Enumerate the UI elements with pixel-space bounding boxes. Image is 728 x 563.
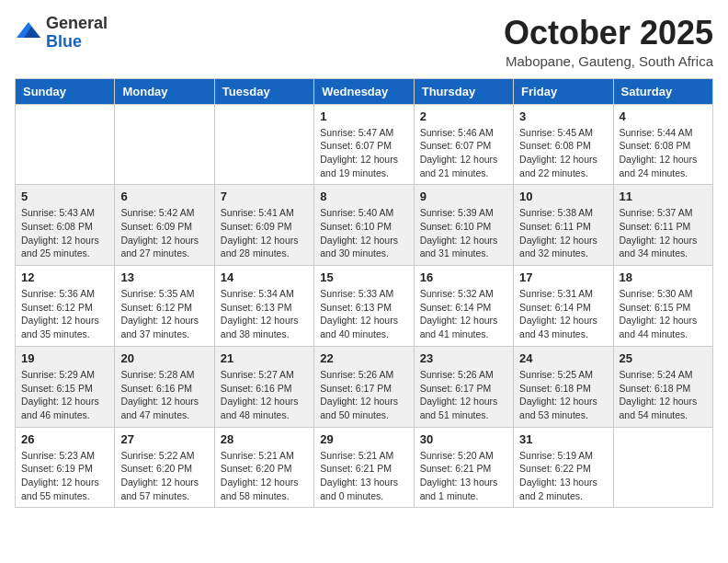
calendar-cell: 17Sunrise: 5:31 AM Sunset: 6:14 PM Dayli… — [514, 266, 613, 347]
calendar-cell: 16Sunrise: 5:32 AM Sunset: 6:14 PM Dayli… — [414, 266, 513, 347]
calendar-cell — [214, 104, 313, 185]
day-number: 7 — [221, 190, 308, 203]
day-number: 10 — [519, 190, 607, 203]
day-info: Sunrise: 5:43 AM Sunset: 6:08 PM Dayligh… — [21, 206, 108, 260]
day-info: Sunrise: 5:46 AM Sunset: 6:07 PM Dayligh… — [420, 126, 507, 180]
day-info: Sunrise: 5:19 AM Sunset: 6:22 PM Dayligh… — [519, 449, 607, 503]
calendar-cell: 27Sunrise: 5:22 AM Sunset: 6:20 PM Dayli… — [115, 427, 214, 508]
day-number: 20 — [120, 351, 208, 365]
calendar-cell: 20Sunrise: 5:28 AM Sunset: 6:16 PM Dayli… — [115, 346, 214, 427]
day-number: 19 — [21, 351, 108, 365]
calendar-cell: 7Sunrise: 5:41 AM Sunset: 6:09 PM Daylig… — [214, 185, 313, 266]
day-number: 8 — [320, 190, 407, 203]
calendar-cell — [16, 104, 115, 185]
day-number: 9 — [420, 190, 507, 203]
logo-text: General Blue — [46, 15, 108, 52]
day-number: 30 — [420, 432, 507, 446]
location: Mabopane, Gauteng, South Africa — [504, 53, 713, 69]
day-info: Sunrise: 5:20 AM Sunset: 6:21 PM Dayligh… — [420, 449, 507, 503]
calendar-cell: 10Sunrise: 5:38 AM Sunset: 6:11 PM Dayli… — [514, 185, 613, 266]
logo-general: General — [46, 14, 108, 32]
calendar-cell: 21Sunrise: 5:27 AM Sunset: 6:16 PM Dayli… — [214, 346, 313, 427]
calendar-cell: 5Sunrise: 5:43 AM Sunset: 6:08 PM Daylig… — [16, 185, 115, 266]
page-header: General Blue October 2025 Mabopane, Gaut… — [15, 15, 713, 69]
day-info: Sunrise: 5:31 AM Sunset: 6:14 PM Dayligh… — [519, 287, 607, 341]
column-header-friday: Friday — [514, 78, 613, 104]
calendar-cell: 24Sunrise: 5:25 AM Sunset: 6:18 PM Dayli… — [514, 346, 613, 427]
day-info: Sunrise: 5:39 AM Sunset: 6:10 PM Dayligh… — [420, 206, 507, 260]
day-number: 14 — [221, 270, 308, 284]
day-number: 5 — [21, 190, 108, 203]
day-info: Sunrise: 5:32 AM Sunset: 6:14 PM Dayligh… — [420, 287, 507, 341]
calendar-cell: 11Sunrise: 5:37 AM Sunset: 6:11 PM Dayli… — [613, 185, 712, 266]
calendar-cell: 30Sunrise: 5:20 AM Sunset: 6:21 PM Dayli… — [414, 427, 513, 508]
column-header-monday: Monday — [115, 78, 214, 104]
calendar-week-1: 1Sunrise: 5:47 AM Sunset: 6:07 PM Daylig… — [16, 104, 713, 185]
calendar-week-2: 5Sunrise: 5:43 AM Sunset: 6:08 PM Daylig… — [16, 185, 713, 266]
day-number: 1 — [320, 109, 407, 123]
calendar-cell — [613, 427, 712, 508]
day-info: Sunrise: 5:25 AM Sunset: 6:18 PM Dayligh… — [519, 368, 607, 422]
calendar-cell: 28Sunrise: 5:21 AM Sunset: 6:20 PM Dayli… — [214, 427, 313, 508]
day-number: 15 — [320, 270, 407, 284]
month-title: October 2025 — [504, 15, 713, 52]
day-info: Sunrise: 5:47 AM Sunset: 6:07 PM Dayligh… — [320, 126, 407, 180]
calendar-table: SundayMondayTuesdayWednesdayThursdayFrid… — [15, 78, 713, 509]
calendar-cell: 1Sunrise: 5:47 AM Sunset: 6:07 PM Daylig… — [314, 104, 414, 185]
day-info: Sunrise: 5:29 AM Sunset: 6:15 PM Dayligh… — [21, 368, 108, 422]
day-info: Sunrise: 5:35 AM Sunset: 6:12 PM Dayligh… — [120, 287, 208, 341]
calendar-cell: 15Sunrise: 5:33 AM Sunset: 6:13 PM Dayli… — [314, 266, 414, 347]
logo-icon — [15, 19, 42, 47]
calendar-cell — [115, 104, 214, 185]
calendar-cell: 9Sunrise: 5:39 AM Sunset: 6:10 PM Daylig… — [414, 185, 513, 266]
calendar-cell: 12Sunrise: 5:36 AM Sunset: 6:12 PM Dayli… — [16, 266, 115, 347]
calendar-cell: 19Sunrise: 5:29 AM Sunset: 6:15 PM Dayli… — [16, 346, 115, 427]
day-number: 12 — [21, 270, 108, 284]
calendar-cell: 22Sunrise: 5:26 AM Sunset: 6:17 PM Dayli… — [314, 346, 414, 427]
column-header-saturday: Saturday — [613, 78, 712, 104]
day-info: Sunrise: 5:33 AM Sunset: 6:13 PM Dayligh… — [320, 287, 407, 341]
title-block: October 2025 Mabopane, Gauteng, South Af… — [504, 15, 713, 69]
day-number: 4 — [620, 109, 707, 123]
day-info: Sunrise: 5:26 AM Sunset: 6:17 PM Dayligh… — [320, 368, 407, 422]
column-header-wednesday: Wednesday — [314, 78, 414, 104]
calendar-cell: 29Sunrise: 5:21 AM Sunset: 6:21 PM Dayli… — [314, 427, 414, 508]
calendar-cell: 26Sunrise: 5:23 AM Sunset: 6:19 PM Dayli… — [16, 427, 115, 508]
day-info: Sunrise: 5:38 AM Sunset: 6:11 PM Dayligh… — [519, 206, 607, 260]
day-info: Sunrise: 5:40 AM Sunset: 6:10 PM Dayligh… — [320, 206, 407, 260]
day-info: Sunrise: 5:36 AM Sunset: 6:12 PM Dayligh… — [21, 287, 108, 341]
calendar-cell: 3Sunrise: 5:45 AM Sunset: 6:08 PM Daylig… — [514, 104, 613, 185]
day-info: Sunrise: 5:22 AM Sunset: 6:20 PM Dayligh… — [120, 449, 208, 503]
day-info: Sunrise: 5:42 AM Sunset: 6:09 PM Dayligh… — [120, 206, 208, 260]
calendar-cell: 2Sunrise: 5:46 AM Sunset: 6:07 PM Daylig… — [414, 104, 513, 185]
day-info: Sunrise: 5:30 AM Sunset: 6:15 PM Dayligh… — [620, 287, 707, 341]
day-number: 26 — [21, 432, 108, 446]
day-info: Sunrise: 5:21 AM Sunset: 6:20 PM Dayligh… — [221, 449, 308, 503]
calendar-cell: 4Sunrise: 5:44 AM Sunset: 6:08 PM Daylig… — [613, 104, 712, 185]
day-info: Sunrise: 5:26 AM Sunset: 6:17 PM Dayligh… — [420, 368, 507, 422]
calendar-cell: 13Sunrise: 5:35 AM Sunset: 6:12 PM Dayli… — [115, 266, 214, 347]
day-number: 6 — [120, 190, 208, 203]
column-header-tuesday: Tuesday — [214, 78, 313, 104]
day-number: 17 — [519, 270, 607, 284]
calendar-cell: 23Sunrise: 5:26 AM Sunset: 6:17 PM Dayli… — [414, 346, 513, 427]
calendar-cell: 31Sunrise: 5:19 AM Sunset: 6:22 PM Dayli… — [514, 427, 613, 508]
day-info: Sunrise: 5:23 AM Sunset: 6:19 PM Dayligh… — [21, 449, 108, 503]
day-info: Sunrise: 5:37 AM Sunset: 6:11 PM Dayligh… — [620, 206, 707, 260]
day-number: 29 — [320, 432, 407, 446]
day-info: Sunrise: 5:44 AM Sunset: 6:08 PM Dayligh… — [620, 126, 707, 180]
day-number: 28 — [221, 432, 308, 446]
day-info: Sunrise: 5:34 AM Sunset: 6:13 PM Dayligh… — [221, 287, 308, 341]
day-number: 25 — [620, 351, 707, 365]
day-number: 23 — [420, 351, 507, 365]
day-number: 13 — [120, 270, 208, 284]
column-header-sunday: Sunday — [16, 78, 115, 104]
day-info: Sunrise: 5:27 AM Sunset: 6:16 PM Dayligh… — [221, 368, 308, 422]
calendar-cell: 6Sunrise: 5:42 AM Sunset: 6:09 PM Daylig… — [115, 185, 214, 266]
day-number: 21 — [221, 351, 308, 365]
calendar-week-3: 12Sunrise: 5:36 AM Sunset: 6:12 PM Dayli… — [16, 266, 713, 347]
day-number: 22 — [320, 351, 407, 365]
day-number: 24 — [519, 351, 607, 365]
day-number: 3 — [519, 109, 607, 123]
day-info: Sunrise: 5:41 AM Sunset: 6:09 PM Dayligh… — [221, 206, 308, 260]
